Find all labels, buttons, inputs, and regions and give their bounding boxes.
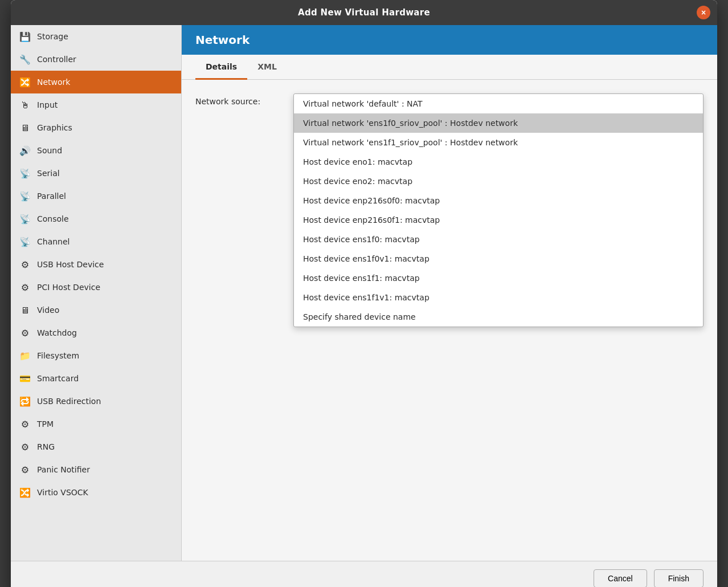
tpm-icon: ⚙	[19, 418, 31, 430]
pci-host-device-icon: ⚙	[19, 281, 31, 294]
graphics-icon: 🖥	[19, 121, 31, 134]
dropdown-option-hd-ens1f0[interactable]: Host device ens1f0: macvtap	[294, 230, 703, 249]
network-source-row: Network source: Virtual network 'default…	[195, 93, 704, 327]
dropdown-option-hd-enp216s0f0[interactable]: Host device enp216s0f0: macvtap	[294, 191, 703, 210]
usb-redirection-icon: 🔁	[19, 395, 31, 407]
sidebar-item-usb-host-device[interactable]: ⚙USB Host Device	[11, 253, 181, 276]
tabs-bar: DetailsXML	[182, 55, 717, 80]
tab-details[interactable]: Details	[195, 55, 247, 80]
sidebar-item-label-pci-host-device: PCI Host Device	[37, 283, 100, 292]
channel-icon: 📡	[19, 235, 31, 248]
dropdown-option-hd-ens1f1[interactable]: Host device ens1f1: macvtap	[294, 268, 703, 288]
close-button[interactable]: ×	[697, 6, 710, 19]
main-panel: Network DetailsXML Network source: Virtu…	[182, 25, 717, 561]
sidebar-item-graphics[interactable]: 🖥Graphics	[11, 116, 181, 139]
sidebar-item-input[interactable]: 🖱Input	[11, 93, 181, 116]
sidebar-item-label-controller: Controller	[37, 55, 76, 64]
input-icon: 🖱	[19, 99, 31, 111]
sidebar-item-label-storage: Storage	[37, 32, 68, 41]
sidebar-item-label-input: Input	[37, 100, 58, 109]
main-header: Network	[182, 25, 717, 55]
sidebar-item-console[interactable]: 📡Console	[11, 207, 181, 230]
sidebar-item-serial[interactable]: 📡Serial	[11, 162, 181, 185]
network-source-dropdown[interactable]: Virtual network 'default' : NATVirtual n…	[293, 93, 704, 327]
sidebar-item-video[interactable]: 🖥Video	[11, 299, 181, 321]
sidebar: 💾Storage🔧Controller🔀Network🖱Input🖥Graphi…	[11, 25, 182, 561]
sidebar-item-sound[interactable]: 🔊Sound	[11, 139, 181, 162]
sidebar-item-virtio-vsock[interactable]: 🔀Virtio VSOCK	[11, 481, 181, 504]
content-area: 💾Storage🔧Controller🔀Network🖱Input🖥Graphi…	[11, 25, 717, 561]
controller-icon: 🔧	[19, 53, 31, 66]
dropdown-option-hd-eno2[interactable]: Host device eno2: macvtap	[294, 172, 703, 191]
sidebar-item-label-rng: RNG	[37, 442, 55, 451]
sidebar-item-label-sound: Sound	[37, 146, 62, 155]
parallel-icon: 📡	[19, 190, 31, 202]
sidebar-item-controller[interactable]: 🔧Controller	[11, 48, 181, 71]
sidebar-item-label-tpm: TPM	[37, 419, 54, 429]
virtio-vsock-icon: 🔀	[19, 486, 31, 499]
storage-icon: 💾	[19, 30, 31, 43]
dropdown-option-vn-ens1f1-sriov[interactable]: Virtual network 'ens1f1_sriov_pool' : Ho…	[294, 133, 703, 152]
dropdown-option-specify-shared[interactable]: Specify shared device name	[294, 307, 703, 327]
sound-icon: 🔊	[19, 144, 31, 157]
dropdown-option-vn-ens1f0-sriov[interactable]: Virtual network 'ens1f0_sriov_pool' : Ho…	[294, 113, 703, 133]
sidebar-item-channel[interactable]: 📡Channel	[11, 230, 181, 253]
tab-xml[interactable]: XML	[247, 55, 287, 80]
sidebar-item-tpm[interactable]: ⚙TPM	[11, 413, 181, 435]
dropdown-option-hd-ens1f0v1[interactable]: Host device ens1f0v1: macvtap	[294, 249, 703, 268]
dropdown-option-hd-enp216s0f1[interactable]: Host device enp216s0f1: macvtap	[294, 210, 703, 230]
dialog: Add New Virtual Hardware × 💾Storage🔧Cont…	[11, 0, 717, 587]
sidebar-item-label-usb-redirection: USB Redirection	[37, 397, 101, 406]
sidebar-item-rng[interactable]: ⚙RNG	[11, 435, 181, 458]
sidebar-item-panic-notifier[interactable]: ⚙Panic Notifier	[11, 458, 181, 481]
network-source-control: Virtual network 'default' : NATVirtual n…	[293, 93, 704, 327]
sidebar-item-label-video: Video	[37, 305, 59, 315]
dialog-title: Add New Virtual Hardware	[298, 7, 430, 18]
sidebar-item-network[interactable]: 🔀Network	[11, 71, 181, 93]
sidebar-item-label-usb-host-device: USB Host Device	[37, 260, 104, 269]
sidebar-item-label-graphics: Graphics	[37, 123, 72, 132]
usb-host-device-icon: ⚙	[19, 258, 31, 271]
sidebar-item-label-filesystem: Filesystem	[37, 351, 79, 360]
footer: Cancel Finish	[11, 561, 717, 587]
sidebar-item-storage[interactable]: 💾Storage	[11, 25, 181, 48]
sidebar-item-label-serial: Serial	[37, 169, 60, 178]
form-area: Network source: Virtual network 'default…	[182, 80, 717, 561]
cancel-button[interactable]: Cancel	[594, 569, 647, 587]
dropdown-option-vn-default[interactable]: Virtual network 'default' : NAT	[294, 94, 703, 113]
sidebar-item-label-channel: Channel	[37, 237, 69, 246]
console-icon: 📡	[19, 213, 31, 225]
sidebar-item-filesystem[interactable]: 📁Filesystem	[11, 344, 181, 367]
sidebar-item-watchdog[interactable]: ⚙Watchdog	[11, 321, 181, 344]
sidebar-item-label-console: Console	[37, 214, 69, 223]
sidebar-item-label-smartcard: Smartcard	[37, 374, 79, 383]
serial-icon: 📡	[19, 167, 31, 180]
sidebar-item-parallel[interactable]: 📡Parallel	[11, 185, 181, 207]
dropdown-option-hd-eno1[interactable]: Host device eno1: macvtap	[294, 152, 703, 172]
smartcard-icon: 💳	[19, 372, 31, 385]
titlebar: Add New Virtual Hardware ×	[11, 0, 717, 25]
watchdog-icon: ⚙	[19, 327, 31, 339]
rng-icon: ⚙	[19, 441, 31, 453]
sidebar-item-label-network: Network	[37, 78, 70, 87]
network-icon: 🔀	[19, 76, 31, 88]
sidebar-item-label-watchdog: Watchdog	[37, 328, 77, 337]
sidebar-item-label-virtio-vsock: Virtio VSOCK	[37, 488, 88, 497]
sidebar-item-smartcard[interactable]: 💳Smartcard	[11, 367, 181, 390]
panic-notifier-icon: ⚙	[19, 463, 31, 476]
video-icon: 🖥	[19, 304, 31, 316]
sidebar-item-pci-host-device[interactable]: ⚙PCI Host Device	[11, 276, 181, 299]
sidebar-item-label-parallel: Parallel	[37, 191, 66, 201]
sidebar-item-usb-redirection[interactable]: 🔁USB Redirection	[11, 390, 181, 413]
network-source-label: Network source:	[195, 93, 287, 106]
dropdown-option-hd-ens1f1v1[interactable]: Host device ens1f1v1: macvtap	[294, 288, 703, 307]
filesystem-icon: 📁	[19, 349, 31, 362]
sidebar-item-label-panic-notifier: Panic Notifier	[37, 465, 90, 474]
finish-button[interactable]: Finish	[654, 569, 704, 587]
